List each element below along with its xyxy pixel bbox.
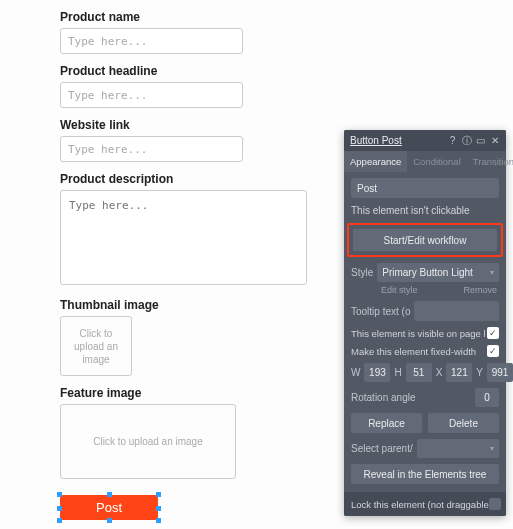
fixed-width-label: Make this element fixed-width xyxy=(351,346,476,357)
panel-title: Button Post xyxy=(350,135,402,146)
rotation-label: Rotation angle xyxy=(351,392,416,403)
reveal-button[interactable]: Reveal in the Elements tree xyxy=(351,464,499,484)
product-headline-label: Product headline xyxy=(60,64,513,78)
tab-transitions[interactable]: Transitions xyxy=(467,151,513,172)
select-parent-label: Select parent/ xyxy=(351,443,413,454)
fixed-width-row: Make this element fixed-width ✓ xyxy=(351,345,499,357)
fixed-width-checkbox[interactable]: ✓ xyxy=(487,345,499,357)
style-row: Style Primary Button Light ▾ xyxy=(351,263,499,282)
resize-handle-bottom-right[interactable] xyxy=(156,518,161,523)
feature-uploader[interactable]: Click to upload an image xyxy=(60,404,236,479)
visible-row: This element is visible on page l ✓ xyxy=(351,327,499,339)
workflow-highlight: Start/Edit workflow xyxy=(347,223,503,257)
rotation-input[interactable] xyxy=(475,388,499,407)
resize-handle-top-right[interactable] xyxy=(156,492,161,497)
style-dropdown[interactable]: Primary Button Light ▾ xyxy=(377,263,499,282)
resize-handle-bottom-middle[interactable] xyxy=(107,518,112,523)
product-name-input[interactable] xyxy=(60,28,243,54)
rotation-row: Rotation angle xyxy=(351,388,499,407)
help-icon[interactable]: ? xyxy=(447,135,458,146)
close-icon[interactable]: ✕ xyxy=(489,135,500,146)
lock-label: Lock this element (not draggable xyxy=(351,499,489,510)
panel-header-icons: ? ⓘ ▭ ✕ xyxy=(447,135,500,146)
post-button[interactable]: Post xyxy=(60,495,158,520)
style-label: Style xyxy=(351,267,373,278)
panel-header[interactable]: Button Post ? ⓘ ▭ ✕ xyxy=(344,130,506,151)
visible-label: This element is visible on page l xyxy=(351,328,486,339)
w-label: W xyxy=(351,367,360,378)
coord-row: W H X Y xyxy=(351,363,499,382)
chevron-down-icon: ▾ xyxy=(490,268,494,277)
product-headline-input[interactable] xyxy=(60,82,243,108)
replace-delete-row: Replace Delete xyxy=(351,413,499,433)
start-edit-workflow-button[interactable]: Start/Edit workflow xyxy=(353,229,497,251)
lock-row: Lock this element (not draggable xyxy=(344,492,506,516)
product-name-field: Product name xyxy=(60,10,513,54)
property-panel[interactable]: Button Post ? ⓘ ▭ ✕ Appearance Condition… xyxy=(344,130,506,516)
resize-handle-bottom-left[interactable] xyxy=(57,518,62,523)
post-button-selection: Post xyxy=(60,495,158,520)
height-input[interactable] xyxy=(406,363,432,382)
x-label: X xyxy=(436,367,443,378)
tab-appearance[interactable]: Appearance xyxy=(344,151,407,172)
panel-tabs: Appearance Conditional Transitions xyxy=(344,151,506,172)
product-headline-field: Product headline xyxy=(60,64,513,108)
panel-body: This element isn't clickable Start/Edit … xyxy=(344,172,506,516)
h-label: H xyxy=(394,367,401,378)
width-input[interactable] xyxy=(364,363,390,382)
tab-conditional[interactable]: Conditional xyxy=(407,151,467,172)
x-input[interactable] xyxy=(446,363,472,382)
resize-handle-top-left[interactable] xyxy=(57,492,62,497)
edit-style-link[interactable]: Edit style xyxy=(381,285,418,295)
element-name-input[interactable] xyxy=(351,178,499,198)
select-parent-dropdown[interactable]: ▾ xyxy=(417,439,499,458)
remove-style-link[interactable]: Remove xyxy=(463,285,497,295)
resize-handle-left-middle[interactable] xyxy=(57,506,62,511)
select-parent-row: Select parent/ ▾ xyxy=(351,439,499,458)
chevron-down-icon: ▾ xyxy=(490,444,494,453)
y-label: Y xyxy=(476,367,483,378)
lock-checkbox[interactable] xyxy=(489,498,501,510)
comment-icon[interactable]: ▭ xyxy=(475,135,486,146)
resize-handle-top-middle[interactable] xyxy=(107,492,112,497)
replace-button[interactable]: Replace xyxy=(351,413,422,433)
visible-checkbox[interactable]: ✓ xyxy=(487,327,499,339)
product-description-input[interactable] xyxy=(60,190,307,285)
not-clickable-text: This element isn't clickable xyxy=(351,204,499,217)
resize-handle-right-middle[interactable] xyxy=(156,506,161,511)
delete-button[interactable]: Delete xyxy=(428,413,499,433)
tooltip-row: Tooltip text (o xyxy=(351,301,499,321)
thumbnail-uploader[interactable]: Click to upload an image xyxy=(60,316,132,376)
info-icon[interactable]: ⓘ xyxy=(461,135,472,146)
y-input[interactable] xyxy=(487,363,513,382)
tooltip-input[interactable] xyxy=(414,301,499,321)
product-name-label: Product name xyxy=(60,10,513,24)
style-value: Primary Button Light xyxy=(382,267,473,278)
tooltip-label: Tooltip text (o xyxy=(351,306,410,317)
style-sub-row: Edit style Remove xyxy=(351,285,499,295)
website-link-input[interactable] xyxy=(60,136,243,162)
